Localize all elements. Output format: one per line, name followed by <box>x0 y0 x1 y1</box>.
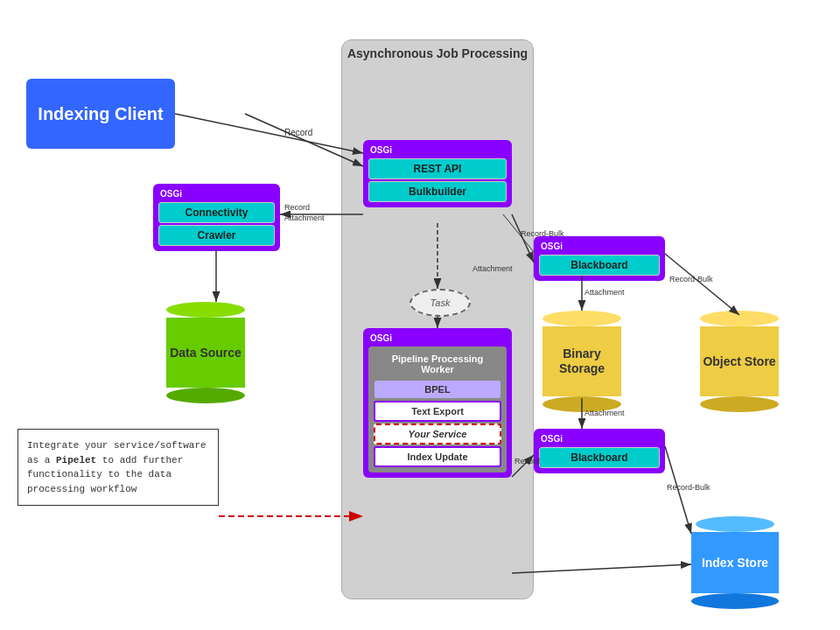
index-update-box: Index Update <box>374 446 501 467</box>
arrow-idx-update-store <box>512 564 691 573</box>
data-source-body: Data Source <box>166 318 245 388</box>
binary-storage-body: Binary Storage <box>542 326 621 396</box>
async-label-text: Asynchronous Job Processing <box>347 46 528 60</box>
binary-storage-cylinder: Binary Storage <box>542 311 621 412</box>
label-record-bulk3: Record-Bulk <box>667 483 710 492</box>
binary-storage-top <box>542 311 621 326</box>
blackboard1-box: Blackboard <box>539 255 660 276</box>
async-job-processing-label: Asynchronous Job Processing <box>341 46 534 61</box>
label-att-binary: Attachment <box>584 288 625 297</box>
your-service-box: Your Service <box>374 424 501 444</box>
task-oval-label: Task <box>430 298 451 308</box>
osgi-top-box: OSGi REST API Bulkbuilder <box>363 140 512 207</box>
bpel-box: BPEL <box>374 380 501 399</box>
arrow-client-async <box>175 114 363 153</box>
object-store-bottom <box>700 396 779 412</box>
async-job-processing-box <box>341 39 534 599</box>
text-export-box: Text Export <box>374 401 501 422</box>
connectivity-box: Connectivity <box>158 202 275 223</box>
object-store-top <box>700 311 779 326</box>
label-record-att1: Record <box>284 203 310 212</box>
arrow-record-bulk-obj <box>665 254 739 315</box>
binary-storage-label: Binary Storage <box>542 346 621 376</box>
osgi-left-box: OSGi Connectivity Crawler <box>153 184 280 251</box>
osgi-blackboard2-box: OSGi Blackboard <box>534 429 665 473</box>
data-source-bottom <box>166 388 245 403</box>
label-record: Record <box>284 128 312 137</box>
osgi-pipeline-box: OSGi Pipeline Processing Worker BPEL Tex… <box>363 328 512 478</box>
object-store-body: Object Store <box>700 326 779 396</box>
pipeline-worker-label: Pipeline Processing Worker <box>372 350 503 378</box>
info-box: Integrate your service/softwareas a Pipe… <box>18 429 219 506</box>
osgi-left-label: OSGi <box>157 187 276 200</box>
object-store-cylinder: Object Store <box>700 311 779 412</box>
osgi-blackboard2-label: OSGi <box>537 432 662 445</box>
index-store-label: Index Store <box>702 556 768 570</box>
osgi-top-label: OSGi <box>367 144 508 157</box>
task-oval: Task <box>410 289 471 317</box>
blackboard2-box: Blackboard <box>539 447 660 468</box>
index-store-cylinder: Index Store <box>691 516 779 609</box>
index-store-top <box>696 516 774 532</box>
label-record-bulk2: Record-Bulk <box>669 275 713 284</box>
label-att1: Attachment <box>284 214 325 222</box>
index-store-bottom <box>691 593 779 609</box>
your-service-label: Your Service <box>409 429 467 439</box>
object-store-label: Object Store <box>703 354 775 369</box>
arrow-black2-idx <box>665 446 691 534</box>
osgi-pipeline-label: OSGi <box>367 332 508 345</box>
crawler-box: Crawler <box>158 225 275 246</box>
data-source-label: Data Source <box>170 346 242 360</box>
pipeline-inner-box: Pipeline Processing Worker BPEL Text Exp… <box>368 346 507 472</box>
diagram-container: Asynchronous Job Processing Indexing Cli… <box>0 0 840 630</box>
osgi-blackboard1-label: OSGi <box>537 240 662 253</box>
indexing-client-box: Indexing Client <box>26 79 175 149</box>
index-store-body: Index Store <box>691 532 779 593</box>
info-text: Integrate your service/softwareas a Pipe… <box>27 440 206 494</box>
rest-api-box: REST API <box>368 158 507 179</box>
data-source-cylinder: Data Source <box>166 302 245 403</box>
bulkbuilder-box: Bulkbuilder <box>368 181 507 202</box>
osgi-blackboard1-box: OSGi Blackboard <box>534 236 665 281</box>
indexing-client-label: Indexing Client <box>38 103 163 124</box>
binary-storage-bottom <box>542 396 621 412</box>
data-source-top <box>166 302 245 318</box>
